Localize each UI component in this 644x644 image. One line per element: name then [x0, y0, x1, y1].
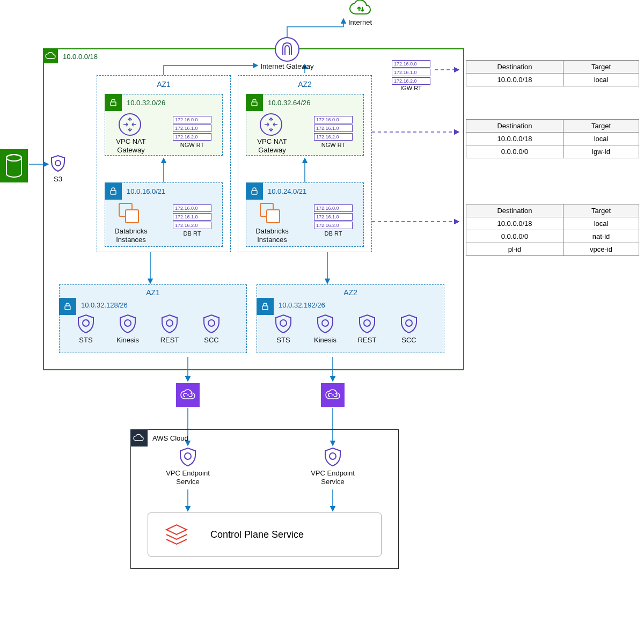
- az1-ngw-rt-label: NGW RT: [173, 142, 211, 148]
- svg-rect-1: [111, 102, 116, 106]
- s3-endpoint-icon: [48, 155, 68, 174]
- internet-icon: [347, 0, 373, 18]
- ep-sts-label: STS: [70, 336, 102, 345]
- igw-rt-label: IGW RT: [392, 85, 430, 91]
- svg-point-24: [330, 453, 336, 459]
- cell: 10.0.0.0/18: [466, 133, 564, 145]
- az1-db-cidr: 10.0.16.0/21: [127, 187, 165, 195]
- rt-entry: 172.16.1.0: [392, 69, 430, 76]
- svg-point-16: [208, 320, 215, 326]
- az1-ngw-rt: 172.16.0.0 172.16.1.0 172.16.2.0: [173, 116, 211, 142]
- th-dest: Destination: [466, 61, 564, 74]
- nat-gw-icon: [259, 113, 283, 136]
- az1-db-subnet: 10.0.16.0/21 Databricks Instances 172.16…: [105, 182, 223, 247]
- cell: 0.0.0.0/0: [466, 145, 564, 158]
- th-dest: Destination: [466, 204, 564, 217]
- privatelink-icon: [321, 383, 345, 407]
- cell: 10.0.0.0/18: [466, 74, 564, 86]
- cell: 0.0.0.0/0: [466, 230, 564, 243]
- rt-entry: 172.16.1.0: [314, 213, 353, 221]
- az2-nat-subnet: 10.0.32.64/26 VPC NAT Gateway 172.16.0.0…: [246, 94, 364, 156]
- az1-db-rt-label: DB RT: [173, 230, 211, 237]
- rt-entry: 172.16.1.0: [173, 213, 211, 221]
- az2-ep-cidr: 10.0.32.192/26: [279, 301, 325, 309]
- svg-point-19: [364, 320, 370, 326]
- vpc-cloud-icon: [43, 48, 58, 63]
- endpoint-icon-rest: [356, 313, 378, 335]
- endpoint-icon-scc: [201, 313, 222, 335]
- az2-db-rt: 172.16.0.0 172.16.1.0 172.16.2.0: [314, 204, 353, 230]
- ep-scc-label: SCC: [195, 336, 228, 345]
- vpce-label-1: VPC Endpoint Service: [161, 469, 215, 487]
- rt-entry: 172.16.0.0: [173, 116, 211, 123]
- th-tgt: Target: [564, 61, 639, 74]
- rt-entry: 172.16.2.0: [173, 133, 211, 141]
- nat-gw-icon: [118, 113, 142, 136]
- az2-ngw-rt-label: NGW RT: [314, 142, 353, 148]
- aws-cloud-label: AWS Cloud: [152, 434, 188, 442]
- az2-ngw-rt: 172.16.0.0 172.16.1.0 172.16.2.0: [314, 116, 353, 142]
- control-plane-box: Control Plane Service: [148, 513, 382, 557]
- th-tgt: Target: [564, 204, 639, 217]
- svg-point-21: [6, 155, 21, 161]
- databricks-logo-icon: [164, 522, 189, 547]
- igw-route-table: DestinationTarget 10.0.0.0/18local: [466, 60, 639, 86]
- th-dest: Destination: [466, 120, 564, 133]
- ep-sts-label: STS: [267, 336, 299, 345]
- svg-point-14: [125, 320, 131, 326]
- endpoint-icon-kinesis: [117, 313, 138, 335]
- svg-rect-3: [111, 191, 116, 194]
- az1-nat-label: VPC NAT Gateway: [112, 137, 150, 155]
- ep-rest-label: REST: [153, 336, 186, 345]
- svg-rect-5: [126, 210, 138, 223]
- ep-kinesis-label: Kinesis: [309, 336, 341, 345]
- az1-nat-subnet: 10.0.32.0/26 VPC NAT Gateway 172.16.0.0 …: [105, 94, 223, 156]
- svg-point-22: [55, 160, 61, 166]
- cell: local: [564, 133, 639, 145]
- cell: 10.0.0.0/18: [466, 217, 564, 230]
- endpoint-icon-sts: [75, 313, 97, 335]
- ep-rest-label: REST: [351, 336, 383, 345]
- az1-header: AZ1: [97, 80, 230, 89]
- s3-icon: [0, 149, 28, 182]
- igw-label: Internet Gateway: [258, 62, 317, 71]
- endpoint-icon-rest: [159, 313, 180, 335]
- az2-ep-header: AZ2: [257, 288, 444, 297]
- db-route-table: DestinationTarget 10.0.0.0/18local 0.0.0…: [466, 204, 639, 256]
- private-subnet-icon: [257, 298, 274, 315]
- az1-ep-cidr: 10.0.32.128/26: [81, 301, 128, 309]
- az2-header: AZ2: [238, 80, 371, 89]
- endpoint-icon-scc: [398, 313, 420, 335]
- svg-rect-8: [252, 191, 257, 194]
- databricks-instances-icon: [117, 201, 143, 227]
- svg-point-2: [119, 114, 141, 135]
- rt-entry: 172.16.2.0: [314, 222, 353, 229]
- ngw-route-table: DestinationTarget 10.0.0.0/18local 0.0.0…: [466, 119, 639, 158]
- rt-entry: 172.16.0.0: [314, 116, 353, 123]
- svg-point-7: [260, 114, 282, 135]
- igw-icon: [274, 36, 300, 62]
- az2-db-subnet: 10.0.24.0/21 Databricks Instances 172.16…: [246, 182, 364, 247]
- svg-point-23: [185, 453, 191, 459]
- ep-kinesis-label: Kinesis: [112, 336, 144, 345]
- az2-db-label: Databricks Instances: [252, 227, 292, 245]
- rt-entry: 172.16.0.0: [392, 60, 430, 68]
- az2-nat-cidr: 10.0.32.64/26: [268, 99, 311, 107]
- rt-entry: 172.16.1.0: [173, 125, 211, 132]
- igw-rt-stack: 172.16.0.0 172.16.1.0 172.16.2.0: [392, 60, 430, 86]
- svg-rect-10: [267, 210, 280, 223]
- cell: igw-id: [564, 145, 639, 158]
- svg-point-18: [322, 320, 328, 326]
- svg-rect-11: [65, 306, 70, 310]
- svg-point-15: [166, 320, 173, 326]
- endpoint-icon-sts: [273, 313, 294, 335]
- vpc-cidr: 10.0.0.0/18: [63, 53, 98, 61]
- svg-point-20: [406, 320, 412, 326]
- private-subnet-icon: [105, 182, 122, 200]
- az2-db-rt-label: DB RT: [314, 230, 353, 237]
- cps-label: Control Plane Service: [210, 529, 304, 540]
- cell: local: [564, 217, 639, 230]
- svg-point-0: [275, 38, 299, 61]
- public-subnet-icon: [105, 94, 122, 111]
- cell: local: [564, 74, 639, 86]
